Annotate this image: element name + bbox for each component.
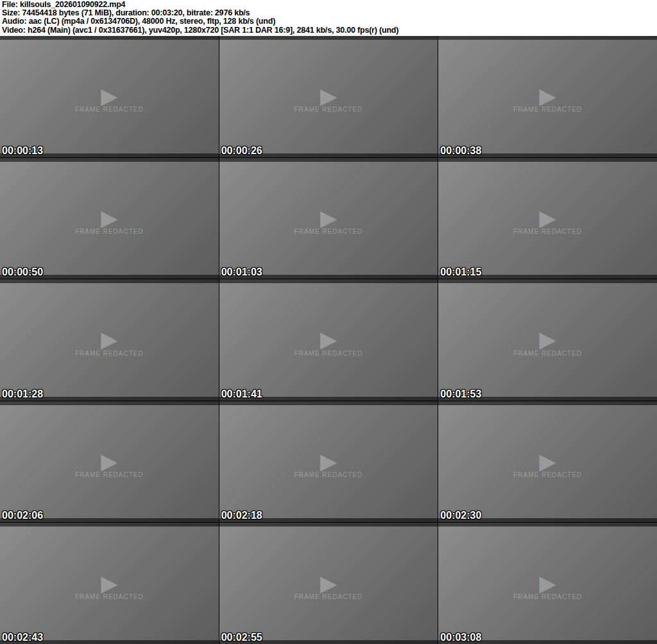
play-icon: ▶ <box>101 327 117 352</box>
play-icon: ▶ <box>540 83 556 109</box>
thumbnail-frame: ▶ frame redacted 00:02:43 <box>0 523 219 644</box>
thumbnail-frame: ▶ frame redacted 00:03:08 <box>438 523 657 644</box>
play-icon: ▶ <box>320 327 337 352</box>
media-info-header: File: killsouls_202601090922.mp4 Size: 7… <box>0 0 657 36</box>
redacted-frame-label: frame redacted <box>294 593 363 600</box>
play-icon: ▶ <box>320 448 337 474</box>
redacted-frame-label: frame redacted <box>75 593 144 600</box>
thumbnail-frame: ▶ frame redacted 00:00:26 <box>219 36 438 157</box>
play-icon: ▶ <box>101 448 117 474</box>
thumbnail-frame: ▶ frame redacted 00:02:55 <box>219 523 438 644</box>
play-icon: ▶ <box>320 205 337 231</box>
thumbnail-frame: ▶ frame redacted 00:01:28 <box>0 279 219 401</box>
redacted-frame-label: frame redacted <box>513 350 582 357</box>
video-info-line: Video: h264 (Main) (avc1 / 0x31637661), … <box>2 26 655 35</box>
play-icon: ▶ <box>101 570 117 596</box>
thumbnail-frame: ▶ frame redacted 00:01:15 <box>438 158 657 279</box>
thumbnail-frame: ▶ frame redacted 00:01:03 <box>219 158 438 279</box>
timestamp-overlay: 00:00:38 <box>440 145 481 157</box>
play-icon: ▶ <box>101 83 117 109</box>
redacted-frame-label: frame redacted <box>294 471 363 478</box>
thumbnail-frame: ▶ frame redacted 00:02:18 <box>219 401 438 523</box>
redacted-frame-label: frame redacted <box>294 228 363 235</box>
redacted-frame-label: frame redacted <box>513 471 582 478</box>
timestamp-overlay: 00:01:03 <box>221 266 262 278</box>
timestamp-overlay: 00:00:50 <box>2 266 43 278</box>
timestamp-overlay: 00:01:41 <box>221 388 262 400</box>
timestamp-overlay: 00:02:55 <box>221 632 262 643</box>
redacted-frame-label: frame redacted <box>513 228 582 235</box>
play-icon: ▶ <box>540 327 556 352</box>
redacted-frame-label: frame redacted <box>294 106 363 113</box>
play-icon: ▶ <box>320 83 337 109</box>
redacted-frame-label: frame redacted <box>75 228 144 235</box>
timestamp-overlay: 00:00:26 <box>221 145 262 157</box>
play-icon: ▶ <box>540 570 556 596</box>
thumbnail-frame: ▶ frame redacted 00:02:06 <box>0 401 219 523</box>
timestamp-overlay: 00:01:28 <box>2 388 43 400</box>
thumbnail-frame: ▶ frame redacted 00:01:53 <box>438 279 657 401</box>
redacted-frame-label: frame redacted <box>513 593 582 600</box>
redacted-frame-label: frame redacted <box>294 350 363 357</box>
timestamp-overlay: 00:02:30 <box>440 510 481 521</box>
thumbnail-frame: ▶ frame redacted 00:00:38 <box>438 36 657 157</box>
play-icon: ▶ <box>540 205 556 231</box>
redacted-frame-label: frame redacted <box>75 471 144 478</box>
thumbnail-frame: ▶ frame redacted 00:00:13 <box>0 36 219 157</box>
redacted-frame-label: frame redacted <box>75 350 144 357</box>
timestamp-overlay: 00:03:08 <box>440 632 481 643</box>
thumbnail-frame: ▶ frame redacted 00:00:50 <box>0 158 219 279</box>
redacted-frame-label: frame redacted <box>513 106 582 113</box>
play-icon: ▶ <box>540 448 556 474</box>
timestamp-overlay: 00:02:18 <box>221 510 262 521</box>
timestamp-overlay: 00:00:13 <box>2 145 43 157</box>
play-icon: ▶ <box>101 205 117 231</box>
timestamp-overlay: 00:01:15 <box>440 266 481 278</box>
timestamp-overlay: 00:02:43 <box>2 632 43 643</box>
timestamp-overlay: 00:01:53 <box>440 388 481 400</box>
play-icon: ▶ <box>320 570 337 596</box>
timestamp-overlay: 00:02:06 <box>2 510 43 521</box>
thumbnail-frame: ▶ frame redacted 00:01:41 <box>219 279 438 401</box>
video-contact-sheet: File: killsouls_202601090922.mp4 Size: 7… <box>0 0 657 644</box>
thumbnail-frame: ▶ frame redacted 00:02:30 <box>438 401 657 523</box>
redacted-frame-label: frame redacted <box>75 106 144 113</box>
audio-info-line: Audio: aac (LC) (mp4a / 0x6134706D), 480… <box>2 17 655 26</box>
thumbnail-grid: ▶ frame redacted 00:00:13 ▶ frame redact… <box>0 36 657 644</box>
